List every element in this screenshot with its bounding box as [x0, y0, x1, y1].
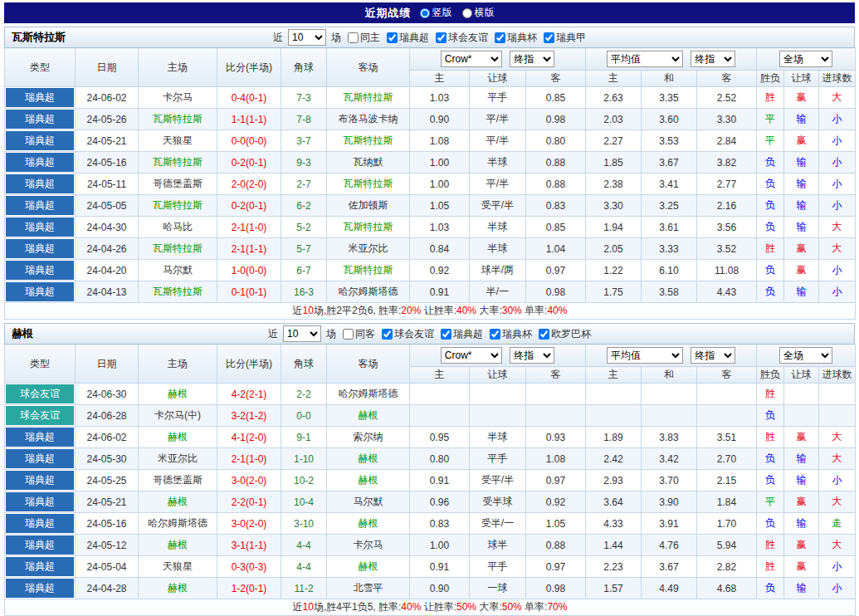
- sub-col-header: 胜负: [757, 367, 784, 384]
- bookmaker-select[interactable]: Crow*: [441, 347, 502, 364]
- sections-container: 瓦斯特拉斯 近 10 场 同主 瑞典超球会友谊瑞典杯瑞典甲: [4, 27, 855, 616]
- score-cell: 0-2(0-1): [217, 152, 281, 174]
- same-side-filter[interactable]: 同主: [348, 31, 380, 45]
- layout-radio-0[interactable]: [420, 8, 430, 18]
- score-cell: 2-2(0-1): [217, 491, 281, 513]
- date-cell: 24-05-12: [76, 535, 139, 556]
- league-filter[interactable]: 球会友谊: [436, 31, 488, 45]
- final-odds-select[interactable]: 终指: [510, 51, 554, 67]
- match-count-select[interactable]: 10: [288, 29, 326, 46]
- handicap-line-cell: 平/半: [470, 174, 526, 195]
- final-odds-select[interactable]: 终指: [510, 347, 554, 364]
- result-cell: 胜: [757, 535, 784, 556]
- league-filter-checkbox[interactable]: [490, 329, 500, 340]
- match-row: 瑞典超 24-06-02 赫根 4-1(2-0) 9-1 索尔纳 0.95 半球…: [5, 427, 856, 448]
- date-cell: 24-04-28: [76, 578, 139, 599]
- league-filter-checkbox[interactable]: [436, 32, 447, 43]
- average-odds-select[interactable]: 平均值: [607, 51, 683, 67]
- league-filter[interactable]: 瑞典甲: [544, 31, 586, 45]
- summary-text: 单率:: [522, 305, 548, 316]
- league-filter-label: 瑞典杯: [507, 31, 537, 45]
- home-team-cell: 哥德堡盖斯: [139, 470, 217, 491]
- league-filter[interactable]: 球会友谊: [382, 327, 434, 341]
- handicap-line-cell: 球半: [470, 535, 526, 556]
- handicap-away-odds-cell: 0.85: [526, 87, 586, 109]
- summary-text: 场,胜4平1负5, 胜率:: [314, 601, 401, 613]
- same-side-checkbox[interactable]: [343, 329, 354, 340]
- final-odds-select-2[interactable]: 终指: [691, 347, 735, 364]
- layout-option-label: 横版: [475, 6, 495, 20]
- league-filter[interactable]: 瑞典杯: [490, 327, 532, 341]
- summary-cell: 近10场,胜4平1负5, 胜率:40% 让胜率:50% 大率:50% 单率:70…: [5, 599, 856, 616]
- avg-draw-odds-cell: 3.42: [642, 448, 697, 470]
- league-filter[interactable]: 瑞典超: [441, 327, 483, 341]
- league-filter-checkbox[interactable]: [441, 329, 451, 340]
- league-filter-checkbox[interactable]: [495, 32, 505, 43]
- handicap-result-cell: 输: [784, 152, 819, 174]
- handicap-line-cell: 半/一: [470, 281, 526, 303]
- avg-away-odds-cell: 1.70: [697, 513, 757, 535]
- handicap-result-cell: 赢: [784, 238, 819, 260]
- handicap-away-odds-cell: 0.88: [526, 152, 586, 174]
- league-filter[interactable]: 瑞典超: [387, 31, 429, 45]
- sub-col-header: 主: [410, 71, 470, 87]
- same-side-checkbox[interactable]: [348, 32, 359, 43]
- date-cell: 24-06-28: [76, 405, 139, 427]
- avg-home-odds-cell: 2.27: [586, 130, 642, 152]
- date-cell: 24-05-26: [76, 109, 139, 130]
- match-row: 瑞典超 24-04-13 瓦斯特拉斯 0-1(0-1) 16-3 哈尔姆斯塔德 …: [5, 281, 856, 303]
- match-rows: 球会友谊 24-06-30 赫根 4-2(2-1) 2-2 哈尔姆斯塔德 胜 球…: [5, 384, 856, 599]
- final-odds-select-2[interactable]: 终指: [691, 51, 735, 67]
- sub-col-header: 让球: [784, 367, 819, 384]
- layout-option-0[interactable]: 竖版: [420, 6, 452, 20]
- sub-col-header: 让球: [784, 71, 819, 87]
- avg-away-odds-cell: 2.70: [697, 448, 757, 470]
- handicap-home-odds-cell: [410, 384, 470, 405]
- bookmaker-select[interactable]: Crow*: [441, 51, 502, 67]
- score-cell: 1-1(1-1): [217, 109, 281, 130]
- near-label: 近: [268, 327, 278, 341]
- league-cell: 瑞典超: [5, 556, 76, 578]
- match-count-select[interactable]: 10: [283, 325, 321, 342]
- result-cell: 负: [757, 578, 784, 599]
- handicap-result-cell: 输: [784, 578, 819, 599]
- league-filter-checkbox[interactable]: [387, 32, 398, 43]
- score-cell: 3-1(1-1): [217, 535, 281, 556]
- match-scope-select[interactable]: 全场: [779, 347, 832, 364]
- date-cell: 24-05-11: [76, 174, 139, 195]
- match-row: 瑞典超 24-05-11 哥德堡盖斯 2-0(2-0) 2-7 瓦斯特拉斯 1.…: [5, 174, 856, 195]
- sub-col-header: 客: [526, 367, 586, 384]
- league-filter[interactable]: 欧罗巴杯: [539, 327, 591, 341]
- avg-draw-odds-cell: 3.60: [642, 109, 697, 130]
- league-filter-label: 欧罗巴杯: [551, 327, 591, 341]
- avg-away-odds-cell: [697, 384, 757, 405]
- league-cell: 瑞典超: [5, 427, 76, 448]
- sub-col-header: 进球数: [819, 367, 856, 384]
- average-odds-select[interactable]: 平均值: [607, 347, 683, 364]
- league-filter-checkbox[interactable]: [544, 32, 554, 43]
- handicap-away-odds-cell: 0.97: [526, 260, 586, 281]
- corners-cell: 2-2: [281, 384, 327, 405]
- match-scope-select[interactable]: 全场: [779, 51, 832, 67]
- league-filter-checkbox[interactable]: [539, 329, 549, 340]
- league-filter-label: 球会友谊: [448, 31, 488, 45]
- league-cell: 瑞典超: [5, 535, 76, 556]
- avg-draw-odds-cell: 3.90: [642, 491, 697, 513]
- league-filter[interactable]: 瑞典杯: [495, 31, 537, 45]
- summary-row: 近10场,胜4平1负5, 胜率:40% 让胜率:50% 大率:50% 单率:70…: [5, 599, 856, 616]
- goals-result-cell: 大: [819, 427, 856, 448]
- avg-draw-odds-cell: [642, 384, 697, 405]
- summary-cell: 近10场,胜2平2负6, 胜率:20% 让胜率:40% 大率:30% 单率:40…: [5, 303, 856, 320]
- league-filter-checkbox[interactable]: [382, 329, 393, 340]
- avg-away-odds-cell: 1.84: [697, 491, 757, 513]
- handicap-home-odds-cell: 1.03: [410, 217, 470, 238]
- team-section: 赫根 近 10 场 同客 球会友谊瑞典超瑞典杯欧罗巴杯 类: [4, 323, 855, 616]
- col-header-home: 主场: [139, 345, 217, 384]
- layout-radio-1[interactable]: [462, 8, 472, 18]
- away-team-cell: 瓦斯特拉斯: [327, 217, 410, 238]
- summary-row: 近10场,胜2平2负6, 胜率:20% 让胜率:40% 大率:30% 单率:40…: [5, 303, 856, 320]
- avg-home-odds-cell: 1.44: [586, 535, 642, 556]
- section-header-bar: 瓦斯特拉斯 近 10 场 同主 瑞典超球会友谊瑞典杯瑞典甲: [4, 27, 855, 48]
- same-side-filter[interactable]: 同客: [343, 327, 375, 341]
- layout-option-1[interactable]: 横版: [462, 6, 495, 20]
